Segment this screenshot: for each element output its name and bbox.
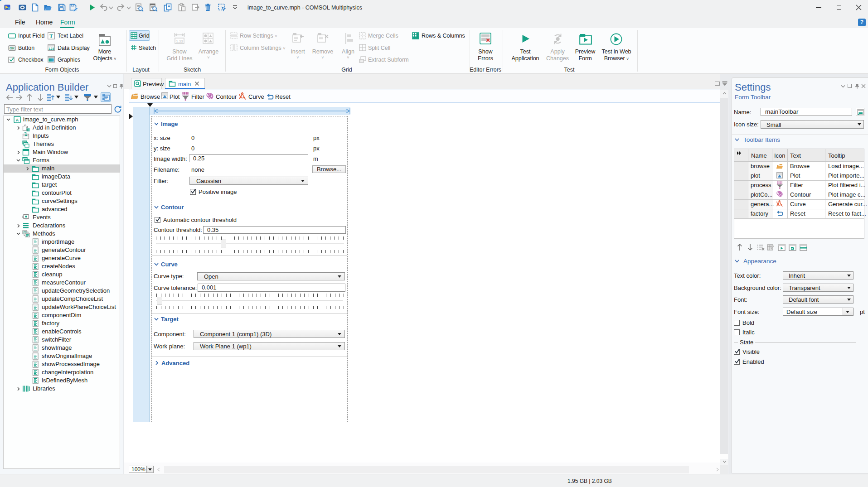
svg-text:OK: OK [10, 46, 15, 50]
svg-text:A: A [16, 118, 19, 122]
svg-text:1.23: 1.23 [48, 47, 54, 50]
svg-text:T: T [49, 33, 53, 39]
svg-text:1.23: 1.23 [176, 39, 183, 43]
